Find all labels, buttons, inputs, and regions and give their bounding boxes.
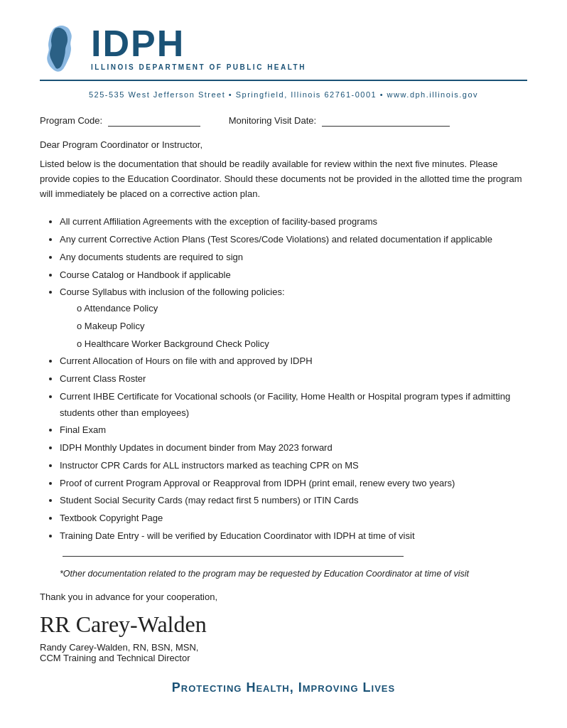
blank-input-field[interactable] (63, 547, 404, 557)
sub-list-item: Makeup Policy (77, 318, 527, 335)
list-item: Current Class Roster (60, 371, 527, 387)
logo-text: IDPH Illinois Department of Public Healt… (91, 25, 306, 71)
logo-area: IDPH Illinois Department of Public Healt… (40, 23, 306, 73)
program-code-label: Program Code: (40, 115, 102, 126)
intro-paragraph: Listed below is the documentation that s… (40, 157, 527, 201)
monitoring-visit-label: Monitoring Visit Date: (229, 115, 316, 126)
sub-list-item: Attendance Policy (77, 301, 527, 317)
list-item: Course Syllabus with inclusion of the fo… (60, 284, 527, 352)
list-item: Any current Corrective Action Plans (Tes… (60, 232, 527, 248)
salutation: Dear Program Coordinator or Instructor, (40, 139, 527, 150)
list-item: Proof of current Program Approval or Rea… (60, 476, 527, 492)
list-item: Current Allocation of Hours on file with… (60, 353, 527, 370)
logo-subtitle-text: Illinois Department of Public Health (91, 63, 306, 71)
list-item: Textbook Copyright Page (60, 510, 527, 527)
list-item: All current Affiliation Agreements with … (60, 214, 527, 230)
program-code-field: Program Code: (40, 115, 200, 127)
address-bar: 525-535 West Jefferson Street • Springfi… (40, 87, 527, 102)
monitoring-visit-field: Monitoring Visit Date: (229, 115, 450, 127)
logo-idph-text: IDPH (91, 25, 306, 62)
signature-text: RR Carey-Walden (40, 612, 527, 637)
signature-area: RR Carey-Walden (40, 612, 527, 637)
form-row: Program Code: Monitoring Visit Date: (40, 115, 527, 127)
list-item: Current IHBE Certificate for Vocational … (60, 389, 527, 422)
list-item: Training Date Entry - will be verified b… (60, 528, 527, 545)
footer-tagline: Protecting Health, Improving Lives (40, 680, 527, 695)
list-item: Instructor CPR Cards for ALL instructors… (60, 458, 527, 474)
list-item: Student Social Security Cards (may redac… (60, 493, 527, 509)
blank-list-item (40, 546, 527, 562)
list-item: Course Catalog or Handbook if applicable (60, 267, 527, 284)
state-logo-icon (40, 23, 82, 73)
program-code-input[interactable] (108, 115, 200, 127)
header: IDPH Illinois Department of Public Healt… (40, 23, 527, 81)
list-item: Final Exam (60, 422, 527, 439)
list-item: IDPH Monthly Updates in document binder … (60, 440, 527, 456)
main-bullet-list: All current Affiliation Agreements with … (60, 214, 527, 562)
sub-list-item: Healthcare Worker Background Check Polic… (77, 336, 527, 353)
signer-title: CCM Training and Technical Director (40, 653, 527, 663)
note-text: *Other documentation related to the prog… (60, 569, 527, 579)
closing-text: Thank you in advance for your cooperatio… (40, 592, 527, 602)
address-text: 525-535 West Jefferson Street • Springfi… (89, 90, 478, 99)
signer-name: Randy Carey-Walden, RN, BSN, MSN, (40, 642, 527, 653)
list-item: Any documents students are required to s… (60, 250, 527, 266)
document-page: IDPH Illinois Department of Public Healt… (0, 0, 567, 728)
sub-bullet-list: Attendance Policy Makeup Policy Healthca… (77, 301, 527, 352)
monitoring-visit-input[interactable] (322, 115, 450, 127)
